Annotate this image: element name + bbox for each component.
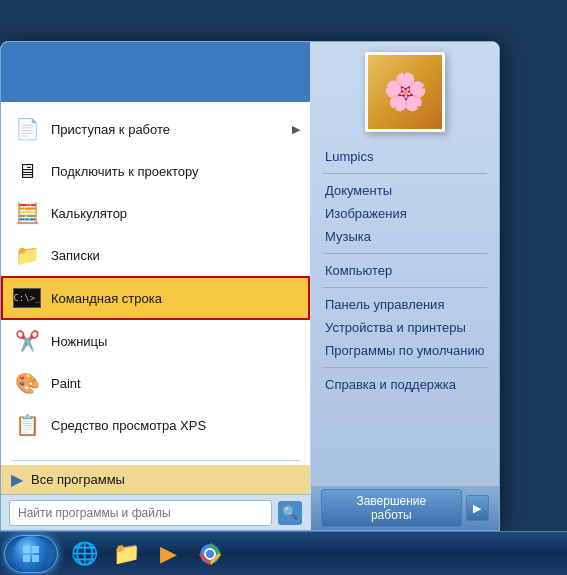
search-bar: 🔍 [1, 494, 310, 530]
left-top-bar [1, 42, 310, 102]
shutdown-arrow-button[interactable]: ▶ [466, 495, 489, 521]
taskbar-icon-explorer[interactable]: 📁 [106, 535, 146, 573]
cmd-label: Командная строка [51, 291, 162, 306]
menu-list: 📄 Приступая к работе ▶ 🖥 Подключить к пр… [1, 102, 310, 456]
paint-icon: 🎨 [11, 367, 43, 399]
projector-label: Подключить к проектору [51, 164, 199, 179]
svg-rect-1 [23, 546, 30, 553]
taskbar: 🌐 📁 ▶ [0, 531, 567, 575]
menu-item-xps[interactable]: 📋 Средство просмотра XPS [1, 404, 310, 446]
menu-item-cmd[interactable]: C:\>_ Командная строка [1, 276, 310, 320]
left-panel: 📄 Приступая к работе ▶ 🖥 Подключить к пр… [1, 42, 311, 530]
calc-label: Калькулятор [51, 206, 127, 221]
menu-item-scissors[interactable]: ✂️ Ножницы [1, 320, 310, 362]
all-programs-arrow: ▶ [11, 470, 23, 489]
work-label: Приступая к работе [51, 122, 170, 137]
work-icon: 📄 [11, 113, 43, 145]
shutdown-button[interactable]: Завершение работы [321, 489, 462, 527]
user-avatar-section: 🌸 [311, 42, 499, 142]
cmd-icon: C:\>_ [11, 282, 43, 314]
taskbar-icons: 🌐 📁 ▶ [64, 535, 230, 573]
link-lumpics[interactable]: Lumpics [323, 146, 487, 167]
taskbar-icon-media[interactable]: ▶ [148, 535, 188, 573]
fax-icon: 🖨 [11, 451, 43, 456]
taskbar-icon-chrome[interactable] [190, 535, 230, 573]
right-sep-2 [323, 253, 487, 254]
menu-item-projector[interactable]: 🖥 Подключить к проектору [1, 150, 310, 192]
paint-label: Paint [51, 376, 81, 391]
start-menu: 📄 Приступая к работе ▶ 🖥 Подключить к пр… [0, 41, 500, 531]
menu-item-notes[interactable]: 📁 Записки [1, 234, 310, 276]
xps-icon: 📋 [11, 409, 43, 441]
link-control-panel[interactable]: Панель управления [323, 294, 487, 315]
notes-icon: 📁 [11, 239, 43, 271]
xps-label: Средство просмотра XPS [51, 418, 206, 433]
menu-item-calc[interactable]: 🧮 Калькулятор [1, 192, 310, 234]
start-orb [13, 536, 49, 572]
arrow-icon: ▶ [292, 123, 300, 136]
scissors-label: Ножницы [51, 334, 107, 349]
link-computer[interactable]: Компьютер [323, 260, 487, 281]
right-links: Lumpics Документы Изображения Музыка Ком… [311, 142, 499, 486]
menu-separator [11, 460, 300, 461]
search-input[interactable] [9, 500, 272, 526]
calc-icon: 🧮 [11, 197, 43, 229]
notes-label: Записки [51, 248, 100, 263]
right-sep-1 [323, 173, 487, 174]
link-documents[interactable]: Документы [323, 180, 487, 201]
all-programs-item[interactable]: ▶ Все программы [1, 465, 310, 494]
link-default-programs[interactable]: Программы по умолчанию [323, 340, 487, 361]
svg-rect-4 [32, 555, 39, 562]
link-images[interactable]: Изображения [323, 203, 487, 224]
menu-item-paint[interactable]: 🎨 Paint [1, 362, 310, 404]
svg-rect-2 [32, 546, 39, 553]
link-devices[interactable]: Устройства и принтеры [323, 317, 487, 338]
right-panel: 🌸 Lumpics Документы Изображения Музыка К… [311, 42, 499, 530]
search-button[interactable]: 🔍 [278, 501, 302, 525]
link-help[interactable]: Справка и поддержка [323, 374, 487, 395]
projector-icon: 🖥 [11, 155, 43, 187]
right-sep-4 [323, 367, 487, 368]
all-programs-label: Все программы [31, 472, 125, 487]
start-button[interactable] [4, 535, 58, 573]
link-music[interactable]: Музыка [323, 226, 487, 247]
svg-rect-3 [23, 555, 30, 562]
menu-item-fax[interactable]: 🖨 Факсы и сканирование Windows [1, 446, 310, 456]
right-bottom-bar: Завершение работы ▶ [311, 486, 499, 530]
menu-item-work[interactable]: 📄 Приступая к работе ▶ [1, 108, 310, 150]
user-avatar: 🌸 [365, 52, 445, 132]
scissors-icon: ✂️ [11, 325, 43, 357]
svg-point-7 [206, 550, 214, 558]
taskbar-icon-ie[interactable]: 🌐 [64, 535, 104, 573]
right-sep-3 [323, 287, 487, 288]
